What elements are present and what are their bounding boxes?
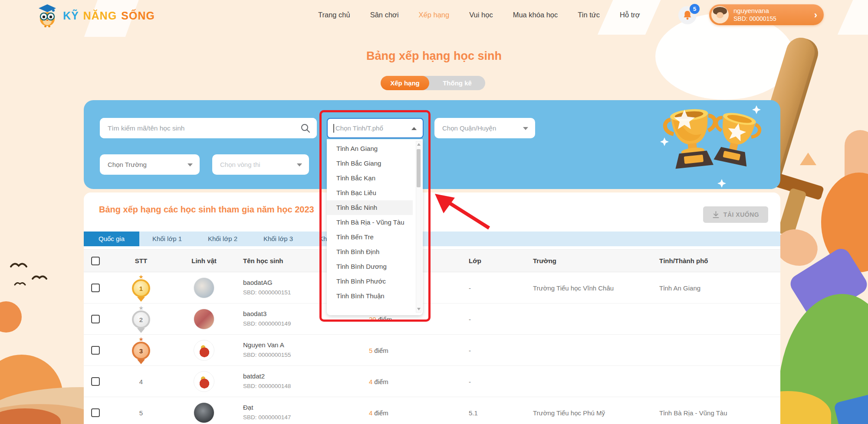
scroll-down-icon[interactable] — [417, 308, 421, 310]
column-stt: STT — [132, 257, 150, 264]
province-dropdown[interactable] — [327, 118, 424, 138]
school-dropdown[interactable]: Chọn Trường — [100, 154, 200, 175]
select-all-checkbox[interactable] — [91, 257, 100, 265]
view-toggle: Xếp hạng Thống kê — [381, 76, 485, 90]
row-checkbox[interactable] — [91, 377, 100, 386]
column-mascot: Linh vật — [187, 257, 221, 264]
school-placeholder: Chọn Trường — [108, 161, 147, 168]
table-row: ★ 1 baodatAG SBD: 0000000151 - Trường Ti… — [84, 272, 780, 303]
gold-medal-icon: ★ 1 — [132, 277, 151, 300]
class-cell: - — [469, 347, 471, 354]
province-option[interactable]: Tỉnh Bắc Kạn — [327, 171, 413, 186]
notification-bell-button[interactable]: 5 — [678, 6, 697, 24]
points-cell: 4điểm — [369, 409, 388, 417]
points-cell: 4điểm — [369, 378, 388, 385]
table-row: ★ 2 baodat3 SBD: 0000000149 20điểm - — [84, 303, 780, 335]
rank-number: 3 — [132, 342, 150, 360]
tab-grade-3[interactable]: Khối lớp 3 — [250, 232, 306, 246]
owl-mascot-icon — [36, 3, 59, 28]
student-sbd: SBD: 0000000155 — [243, 351, 291, 359]
scrollbar[interactable] — [416, 141, 421, 313]
tab-grade-2[interactable]: Khối lớp 2 — [195, 232, 250, 246]
user-name: nguyenvana — [733, 7, 776, 15]
tab-grade-1[interactable]: Khối lớp 1 — [139, 232, 195, 246]
student-avatar — [194, 402, 214, 423]
student-sbd: SBD: 0000000148 — [243, 382, 291, 390]
student-name-cell[interactable]: batdat2 SBD: 0000000148 — [243, 372, 291, 390]
province-option[interactable]: Tỉnh Bắc Giang — [327, 156, 413, 171]
main-nav: Trang chủ Sân chơi Xếp hạng Vui học Mua … — [318, 0, 640, 29]
student-name-cell[interactable]: baodatAG SBD: 0000000151 — [243, 278, 291, 296]
user-account-button[interactable]: nguyenvana SBD: 00000155 › — [709, 4, 824, 25]
tab-national[interactable]: Quốc gia — [84, 232, 139, 246]
student-name-cell[interactable]: baodat3 SBD: 0000000149 — [243, 310, 291, 327]
text-cursor — [333, 124, 334, 133]
nav-item-playground[interactable]: Sân chơi — [370, 11, 399, 19]
province-option[interactable]: Tỉnh Bến Tre — [327, 230, 413, 245]
province-option[interactable]: Tỉnh Bạc Liêu — [327, 186, 413, 200]
nav-item-news[interactable]: Tin tức — [578, 11, 600, 19]
toggle-rankings[interactable]: Xếp hạng — [381, 76, 429, 90]
round-dropdown[interactable]: Chọn vòng thi — [212, 154, 309, 175]
province-option[interactable]: Tỉnh An Giang — [327, 141, 413, 156]
search-input[interactable] — [100, 118, 317, 138]
province-search-input[interactable] — [328, 119, 409, 137]
province-options-list: Tỉnh An Giang Tỉnh Bắc Giang Tỉnh Bắc Kạ… — [327, 139, 423, 315]
column-class: Lớp — [469, 257, 481, 264]
header: KỸ NĂNG SỐNG Trang chủ Sân chơi Xếp hạng… — [0, 0, 868, 29]
user-sbd: SBD: 00000155 — [733, 15, 776, 23]
province-option-highlighted[interactable]: Tỉnh Bắc Ninh — [327, 200, 413, 215]
district-dropdown[interactable]: Chọn Quận/Huyện — [434, 118, 535, 138]
district-placeholder: Chọn Quận/Huyện — [442, 124, 496, 132]
student-avatar — [194, 309, 214, 329]
logo[interactable]: KỸ NĂNG SỐNG — [36, 3, 155, 28]
row-checkbox[interactable] — [91, 408, 100, 417]
bronze-medal-icon: ★ 3 — [132, 340, 151, 362]
student-name-cell[interactable]: Nguyen Van A SBD: 0000000155 — [243, 341, 291, 359]
student-sbd: SBD: 0000000151 — [243, 289, 291, 297]
chevron-right-icon: › — [814, 10, 817, 21]
student-avatar — [194, 340, 214, 361]
province-option[interactable]: Tỉnh Bình Định — [327, 245, 413, 259]
user-info: nguyenvana SBD: 00000155 — [733, 7, 776, 23]
notification-count-badge: 5 — [689, 3, 700, 15]
class-cell: - — [469, 316, 471, 323]
student-name-cell[interactable]: Đạt SBD: 0000000147 — [243, 403, 291, 421]
rank-number: 4 — [132, 366, 150, 397]
province-cell: Tỉnh Bà Rịa - Vũng Tàu — [659, 409, 727, 417]
orange-dot-illustration — [0, 301, 22, 333]
download-label: TẢI XUỐNG — [723, 211, 759, 218]
nav-item-fun-learning[interactable]: Vui học — [469, 11, 493, 19]
row-checkbox[interactable] — [91, 346, 100, 355]
logo-word-2: NĂNG — [83, 10, 117, 22]
province-option[interactable]: Tỉnh Bình Thuận — [327, 289, 413, 303]
school-cell: Trường Tiểu học Phú Mỹ — [533, 409, 605, 417]
province-option[interactable]: Tỉnh Bà Rịa - Vũng Tàu — [327, 215, 413, 230]
trophies-illustration — [658, 98, 777, 191]
student-name: Nguyen Van A — [243, 341, 291, 349]
table-header: STT Linh vật Tên học sinh Lớp Trường Tỉn… — [84, 249, 780, 272]
caret-up-icon — [411, 127, 417, 130]
scroll-up-icon[interactable] — [417, 143, 421, 146]
nav-item-support[interactable]: Hỗ trợ — [620, 11, 640, 19]
toggle-statistics[interactable]: Thống kê — [429, 76, 485, 90]
search-icon[interactable] — [300, 123, 311, 134]
points-cell: 5điểm — [369, 347, 388, 354]
province-option[interactable]: Tỉnh Bình Dương — [327, 259, 413, 274]
nav-item-buy-course[interactable]: Mua khóa học — [513, 11, 558, 19]
nav-item-home[interactable]: Trang chủ — [318, 11, 350, 19]
scope-tabs: Quốc gia Khối lớp 1 Khối lớp 2 Khối lớp … — [84, 232, 780, 246]
download-button[interactable]: TẢI XUỐNG — [703, 206, 768, 223]
class-cell: 5.1 — [469, 409, 478, 417]
row-checkbox[interactable] — [91, 315, 100, 323]
table-row: 4 batdat2 SBD: 0000000148 4điểm - — [84, 366, 780, 397]
row-checkbox[interactable] — [91, 284, 100, 292]
student-name: batdat2 — [243, 372, 291, 381]
scrollbar-thumb[interactable] — [417, 149, 421, 187]
student-sbd: SBD: 0000000147 — [243, 414, 291, 421]
province-option[interactable]: Tỉnh Bình Phước — [327, 274, 413, 289]
silver-medal-icon: ★ 2 — [132, 309, 151, 331]
user-avatar — [711, 6, 729, 23]
nav-item-rankings[interactable]: Xếp hạng — [419, 11, 450, 19]
student-avatar — [194, 371, 214, 392]
